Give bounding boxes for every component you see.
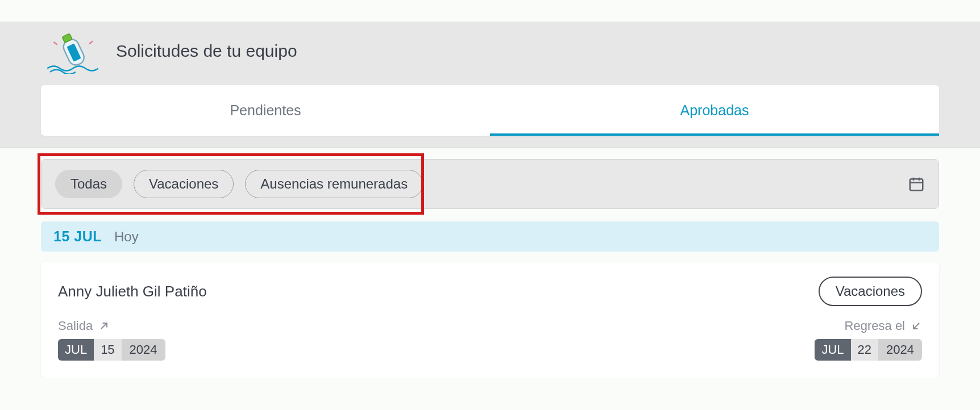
departure-label: Salida [58,319,93,333]
request-type-badge: Vacaciones [819,277,922,306]
request-dates-row: Salida JUL 15 2024 Regresa el [58,319,922,361]
message-bottle-icon [45,28,100,74]
departure-label-row: Salida [58,319,165,333]
request-card[interactable]: Anny Julieth Gil Patiño Vacaciones Salid… [41,262,939,378]
date-group-header: 15 JUL Hoy [41,221,939,252]
return-label: Regresa el [845,319,905,333]
arrow-down-left-icon [911,320,922,332]
return-day: 22 [851,339,878,361]
return-label-row: Regresa el [815,319,922,333]
filter-chip-all[interactable]: Todas [55,170,122,198]
filter-bar: Todas Vacaciones Ausencias remuneradas [41,159,939,209]
calendar-icon[interactable] [908,175,925,193]
departure-date-pill: JUL 15 2024 [58,339,165,361]
requester-name: Anny Julieth Gil Patiño [58,283,207,300]
svg-line-3 [53,42,57,45]
svg-line-4 [89,41,93,44]
filter-chips: Todas Vacaciones Ausencias remuneradas [55,170,423,198]
filter-bar-wrapper: Todas Vacaciones Ausencias remuneradas [41,159,939,209]
return-month: JUL [815,339,850,361]
return-year: 2024 [878,339,922,361]
return-date-pill: JUL 22 2024 [815,339,922,361]
date-group-label: Hoy [114,229,139,245]
filter-chip-vacations[interactable]: Vacaciones [134,170,234,198]
departure-year: 2024 [122,339,165,361]
page-header-container: Solicitudes de tu equipo Pendientes Apro… [0,22,980,147]
departure-block: Salida JUL 15 2024 [58,319,165,361]
request-card-header: Anny Julieth Gil Patiño Vacaciones [58,277,922,306]
tab-approved[interactable]: Aprobadas [490,85,939,136]
arrow-up-right-icon [98,320,110,332]
tab-pending[interactable]: Pendientes [41,85,490,136]
tabs-container: Pendientes Aprobadas [41,85,939,136]
departure-month: JUL [58,339,94,361]
filter-chip-paid-absences[interactable]: Ausencias remuneradas [245,170,423,198]
top-spacer [0,0,980,22]
svg-rect-5 [910,179,923,190]
return-block: Regresa el JUL 22 2024 [815,319,922,361]
header-section: Solicitudes de tu equipo [0,22,980,85]
svg-line-9 [101,323,107,329]
departure-day: 15 [94,339,121,361]
page-title: Solicitudes de tu equipo [116,41,297,61]
content-area: Todas Vacaciones Ausencias remuneradas 1… [0,148,980,378]
date-group-date: 15 JUL [53,228,102,245]
svg-line-10 [913,323,919,329]
